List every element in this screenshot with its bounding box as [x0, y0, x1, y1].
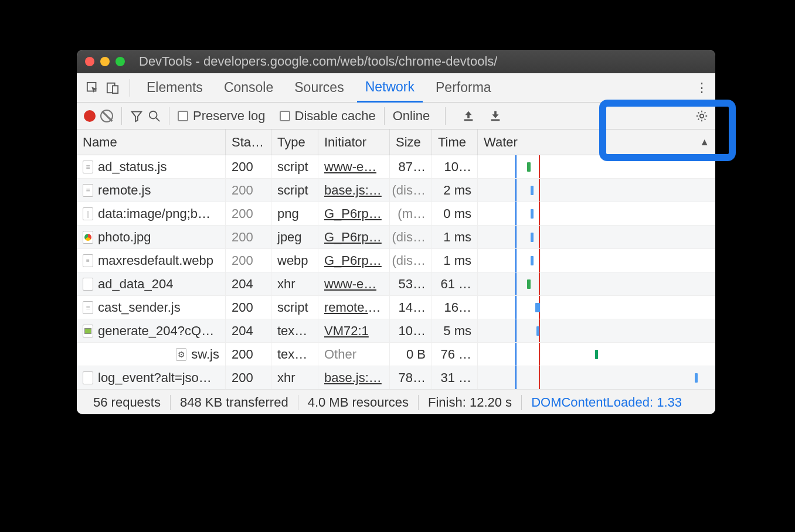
load-marker	[539, 343, 540, 366]
cell-initiator: G_P6rp…	[318, 226, 390, 248]
inspect-element-icon[interactable]	[86, 81, 99, 94]
svg-rect-2	[113, 86, 118, 93]
svg-point-3	[150, 111, 157, 118]
domcontentloaded-marker	[515, 249, 517, 272]
svg-rect-5	[464, 119, 473, 121]
separator	[121, 107, 122, 125]
load-marker	[539, 249, 540, 272]
initiator-link[interactable]: G_P6rp…	[324, 206, 382, 221]
settings-icon[interactable]	[695, 110, 708, 122]
minimize-window-button[interactable]	[100, 57, 110, 66]
initiator-link[interactable]: www-e…	[324, 159, 376, 175]
cell-size: (dis…	[390, 249, 432, 272]
svg-rect-6	[491, 119, 500, 121]
cell-time: 61 …	[432, 272, 478, 295]
file-type-icon	[176, 348, 186, 361]
device-toggle-icon[interactable]	[106, 81, 119, 94]
cell-type: png	[271, 202, 318, 225]
cell-name: remote.js	[77, 179, 226, 202]
tab-console[interactable]: Console	[216, 73, 281, 103]
cell-name: data:image/png;b…	[77, 202, 226, 225]
tab-network[interactable]: Network	[357, 73, 423, 103]
network-table-body: ad_status.js200scriptwww-e…87…10…remote.…	[77, 155, 715, 390]
file-name: data:image/png;b…	[98, 206, 210, 221]
cell-name: log_event?alt=jso…	[77, 366, 226, 389]
cell-initiator: G_P6rp…	[318, 202, 390, 225]
cell-type: jpeg	[271, 226, 318, 248]
cell-type: webp	[271, 249, 318, 272]
file-name: sw.js	[191, 347, 219, 362]
cell-status: 200	[226, 343, 271, 366]
column-initiator[interactable]: Initiator	[318, 129, 390, 155]
initiator-link[interactable]: www-e…	[324, 277, 376, 292]
table-row[interactable]: remote.js200scriptbase.js:…(dis…2 ms	[77, 179, 715, 202]
separator	[445, 107, 446, 125]
column-type[interactable]: Type	[271, 129, 318, 155]
cell-status: 200	[226, 155, 271, 178]
domcontentloaded-marker	[515, 272, 517, 295]
column-waterfall[interactable]: Water ▲	[478, 129, 715, 155]
more-tabs-button[interactable]: ⋮	[695, 80, 708, 96]
close-window-button[interactable]	[85, 57, 94, 66]
load-marker	[539, 272, 540, 295]
cell-waterfall	[478, 202, 715, 225]
cell-time: 0 ms	[432, 202, 478, 225]
cell-status: 200	[226, 366, 271, 389]
table-row[interactable]: maxresdefault.webp200webpG_P6rp…(dis…1 m…	[77, 249, 715, 272]
table-row[interactable]: ad_data_204204xhrwww-e…53…61 …	[77, 272, 715, 296]
table-row[interactable]: sw.js200tex…Other0 B76 …	[77, 343, 715, 366]
clear-button[interactable]	[100, 110, 113, 122]
download-icon[interactable]	[489, 110, 502, 122]
cell-initiator: G_P6rp…	[318, 249, 390, 272]
table-row[interactable]: data:image/png;b…200pngG_P6rp…(m…0 ms	[77, 202, 715, 226]
svg-point-7	[700, 114, 704, 117]
throttling-select[interactable]: Online	[393, 108, 430, 124]
load-marker	[539, 155, 540, 178]
cell-time: 1 ms	[432, 226, 478, 248]
initiator-link[interactable]: remote.j…	[324, 300, 383, 315]
tab-elements[interactable]: Elements	[138, 73, 211, 103]
maximize-window-button[interactable]	[115, 57, 125, 66]
cell-type: script	[271, 296, 318, 319]
preserve-log-checkbox[interactable]	[178, 111, 188, 121]
domcontentloaded-marker	[515, 343, 517, 366]
cell-initiator: base.js:…	[318, 366, 390, 389]
initiator-link[interactable]: base.js:…	[324, 183, 382, 198]
column-time[interactable]: Time	[432, 129, 478, 155]
table-row[interactable]: cast_sender.js200scriptremote.j…14…16…	[77, 296, 715, 319]
initiator-link[interactable]: G_P6rp…	[324, 230, 382, 245]
column-size[interactable]: Size	[390, 129, 432, 155]
initiator-link[interactable]: G_P6rp…	[324, 253, 382, 268]
separator	[169, 107, 169, 125]
disable-cache-checkbox[interactable]	[280, 111, 290, 121]
table-row[interactable]: ad_status.js200scriptwww-e…87…10…	[77, 155, 715, 179]
column-name[interactable]: Name	[77, 129, 226, 155]
status-resources: 4.0 MB resources	[298, 395, 419, 410]
initiator-link[interactable]: VM72:1	[324, 323, 369, 339]
search-icon[interactable]	[148, 110, 161, 122]
cell-initiator: remote.j…	[318, 296, 390, 319]
initiator-link[interactable]: base.js:…	[324, 370, 382, 386]
file-type-icon	[83, 301, 93, 314]
tab-performance[interactable]: Performa	[427, 73, 500, 103]
cell-name: ad_data_204	[77, 272, 226, 295]
tab-sources[interactable]: Sources	[286, 73, 352, 103]
cell-waterfall	[478, 179, 715, 202]
table-row[interactable]: log_event?alt=jso…200xhrbase.js:…78…31 …	[77, 366, 715, 390]
filter-icon[interactable]	[130, 110, 143, 122]
cell-name: maxresdefault.webp	[77, 249, 226, 272]
cell-name: sw.js	[77, 343, 226, 366]
table-row[interactable]: generate_204?cQ…204tex…VM72:110…5 ms	[77, 319, 715, 343]
cell-status: 200	[226, 202, 271, 225]
column-status[interactable]: Sta…	[226, 129, 271, 155]
upload-icon[interactable]	[462, 110, 475, 122]
status-transferred: 848 KB transferred	[171, 395, 298, 410]
record-button[interactable]	[84, 110, 96, 122]
cell-name: photo.jpg	[77, 226, 226, 248]
table-row[interactable]: photo.jpg200jpegG_P6rp…(dis…1 ms	[77, 226, 715, 249]
devtools-window: DevTools - developers.google.com/web/too…	[77, 50, 715, 414]
cell-status: 204	[226, 319, 271, 342]
disable-cache-label: Disable cache	[295, 108, 376, 124]
cell-name: generate_204?cQ…	[77, 319, 226, 342]
svg-line-4	[156, 117, 159, 121]
